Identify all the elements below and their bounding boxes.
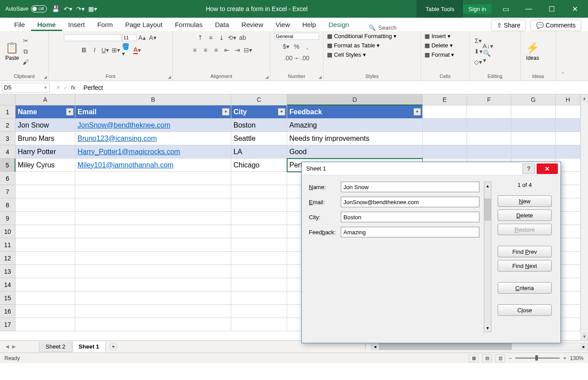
cell[interactable]: Harry_Potter1@magicrocks.com [75,145,231,159]
cell[interactable] [75,185,231,198]
filter-dropdown-icon[interactable]: ▼ [66,108,74,116]
cell[interactable] [467,105,511,119]
sheet-tab-sheet1[interactable]: Sheet 1 [72,341,106,352]
cell[interactable] [511,132,556,145]
insert-cells-button[interactable]: ▦ Insert ▾ [424,33,451,39]
form-field-input[interactable] [341,182,479,192]
align-center-icon[interactable]: ≡ [201,45,210,55]
row-header[interactable]: 12 [0,252,16,265]
tab-view[interactable]: View [269,19,296,31]
select-all-corner[interactable] [0,94,16,105]
column-header[interactable]: D [287,94,423,105]
find-prev-button[interactable]: Find Prev [498,246,552,257]
zoom-out-icon[interactable]: − [509,355,512,361]
cell[interactable]: LA [231,145,287,159]
cell[interactable]: Miley101@iamnothannah.com [75,159,231,172]
cell[interactable] [16,198,75,212]
row-header[interactable]: 11 [0,238,16,252]
cell[interactable] [231,278,287,291]
row-header[interactable]: 2 [0,119,16,132]
share-button[interactable]: ⇧Share [491,19,526,31]
cell[interactable] [75,198,231,212]
chevron-down-icon[interactable]: ▼ [43,85,47,90]
scroll-down-icon[interactable]: ▼ [484,324,491,332]
ribbon-options-icon[interactable]: ▭ [497,5,514,13]
cell[interactable] [16,185,75,198]
scroll-up-icon[interactable]: ▲ [484,182,491,190]
page-layout-view-icon[interactable]: ▤ [482,354,492,362]
formula-input[interactable]: Perfect [80,84,588,91]
cell[interactable] [423,145,467,159]
column-header[interactable]: G [511,94,556,105]
add-sheet-button[interactable]: + [109,343,117,351]
cell[interactable]: Feedback▼ [287,105,423,119]
row-header[interactable]: 10 [0,225,16,238]
tab-page-layout[interactable]: Page Layout [119,19,168,31]
autosum-icon[interactable]: Σ▾ [473,36,483,46]
align-right-icon[interactable]: ≡ [211,45,221,55]
copy-icon[interactable]: ⧉ [21,47,31,56]
percent-icon[interactable]: % [292,42,302,51]
cell[interactable] [16,238,75,252]
font-name-input[interactable] [64,34,121,41]
wrap-text-icon[interactable]: ab [238,33,248,43]
cell[interactable]: Seattle [231,132,287,145]
cell[interactable]: Email▼ [75,105,231,119]
cell[interactable] [231,225,287,238]
number-format-select[interactable] [275,33,319,40]
align-top-icon[interactable]: ⤒ [195,33,205,43]
currency-icon[interactable]: $▾ [281,42,291,51]
record-scrollbar[interactable]: ▲ ▼ [484,182,491,332]
tab-data[interactable]: Data [209,19,235,31]
find-next-button[interactable]: Find Next [498,260,552,271]
format-painter-icon[interactable]: 🖌 [21,57,31,67]
sheet-nav-next-icon[interactable]: ► [11,343,17,350]
row-header[interactable]: 6 [0,172,16,185]
cell[interactable] [511,119,556,132]
cell[interactable] [16,278,75,291]
italic-icon[interactable]: I [90,45,100,55]
cell[interactable] [231,291,287,305]
scroll-up-icon[interactable]: ▲ [581,94,588,102]
delete-button[interactable]: Delete [498,209,552,221]
cell[interactable] [16,291,75,305]
cell[interactable] [75,238,231,252]
dialog-launcher-icon[interactable]: ◢ [265,75,269,79]
cell[interactable] [556,132,580,145]
cell[interactable] [75,252,231,265]
maximize-icon[interactable]: ☐ [543,5,561,13]
horizontal-scrollbar[interactable]: ◄ ► [371,343,588,350]
cell[interactable]: Boston [231,119,287,132]
cell[interactable]: Harry Potter [16,145,75,159]
minimize-icon[interactable]: — [520,5,537,13]
cell[interactable] [511,105,556,119]
tab-insert[interactable]: Insert [62,19,91,31]
cell[interactable] [75,278,231,291]
paste-button[interactable]: 📋 Paste [4,40,21,63]
close-window-icon[interactable]: ✕ [566,5,584,13]
zoom-slider[interactable] [515,357,560,359]
tab-formulas[interactable]: Formulas [169,19,209,31]
cell[interactable] [467,132,511,145]
cell[interactable]: Amazing [287,119,423,132]
zoom-in-icon[interactable]: + [563,355,566,361]
cell[interactable] [423,105,467,119]
filter-dropdown-icon[interactable]: ▼ [413,108,421,116]
row-header[interactable]: 5 [0,159,16,172]
dialog-launcher-icon[interactable]: ◢ [44,75,47,79]
split-handle-icon[interactable]: ⋮ [362,343,368,350]
font-color-icon[interactable]: A▾ [132,45,142,55]
decrease-indent-icon[interactable]: ⇤ [222,45,232,55]
cell[interactable]: City▼ [231,105,287,119]
close-button[interactable]: Close [498,304,552,316]
form-field-input[interactable] [341,227,479,237]
cell[interactable] [75,225,231,238]
format-as-table-button[interactable]: ▦ Format as Table ▾ [327,42,380,49]
cell[interactable] [16,305,75,318]
tab-form[interactable]: Form [91,19,119,31]
align-bottom-icon[interactable]: ⤓ [217,33,226,43]
dialog-titlebar[interactable]: Sheet 1 ? ✕ [302,162,561,175]
cell[interactable] [16,252,75,265]
cell[interactable] [75,291,231,305]
decrease-font-icon[interactable]: A▾ [148,33,158,43]
